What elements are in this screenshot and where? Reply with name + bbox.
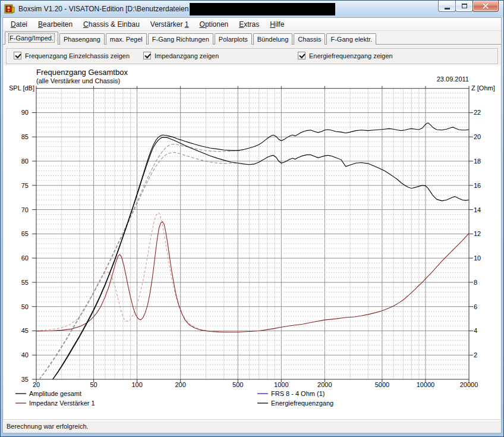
window-title: Boxsim V1.20 - VISATON-Edition [D:\Benut… — [18, 5, 188, 13]
tab-chassis[interactable]: Chassis — [294, 33, 325, 45]
checkbox-label: Energiefrequenzgang zeigen — [309, 52, 393, 59]
checkbox-checked-icon[interactable] — [143, 52, 151, 59]
tab-label: max. Pegel — [110, 36, 143, 43]
menu-item-verst-rker-1[interactable]: Verstärker 1 — [145, 18, 194, 30]
menu-item-bearbeiten[interactable]: Bearbeiten — [33, 18, 78, 30]
tab-f-gang-richtungen[interactable]: F-Gang Richtungen — [148, 33, 213, 45]
app-icon — [4, 4, 15, 14]
checkbox-energiefrequenzgang-zeigen[interactable]: Energiefrequenzgang zeigen — [298, 52, 393, 59]
client-area: DateiBearbeitenChassis & EinbauVerstärke… — [2, 17, 502, 433]
menu-item-optionen[interactable]: Optionen — [194, 18, 234, 30]
tab-b-ndelung[interactable]: Bündelung — [253, 33, 293, 45]
checkbox-impedanzgang-zeigen[interactable]: Impedanzgang zeigen — [143, 52, 219, 59]
minimize-icon — [445, 8, 450, 10]
checkbox-checked-icon[interactable] — [14, 52, 21, 59]
tab-label: Phasengang — [64, 36, 100, 43]
tab-phasengang[interactable]: Phasengang — [59, 33, 105, 45]
menu-item-datei[interactable]: Datei — [5, 18, 33, 30]
menu-item-hilfe[interactable]: Hilfe — [264, 18, 289, 30]
close-button[interactable] — [472, 1, 499, 12]
app-window: Boxsim V1.20 - VISATON-Edition [D:\Benut… — [0, 0, 504, 437]
tab-label: Bündelung — [257, 36, 289, 43]
status-text: Berechnung war erfolgreich. — [7, 423, 89, 430]
menu-item-chassis-einbau[interactable]: Chassis & Einbau — [78, 18, 145, 30]
checkbox-checked-icon[interactable] — [298, 52, 305, 59]
checkbox-label: Frequenzgang Einzelchassis zeigen — [25, 52, 130, 59]
minimize-button[interactable] — [438, 1, 456, 12]
tab-f-gang-elektr[interactable]: F-Gang elektr. — [326, 33, 376, 45]
title-bar: Boxsim V1.20 - VISATON-Edition [D:\Benut… — [1, 1, 503, 17]
tab-bar: F-Gang/Imped.Phasengangmax. PegelF-Gang … — [3, 31, 501, 45]
tab-polarplots[interactable]: Polarplots — [215, 33, 252, 45]
status-bar: Berechnung war erfolgreich. — [3, 419, 501, 433]
menu-bar: DateiBearbeitenChassis & EinbauVerstärke… — [3, 18, 501, 31]
chart-panel — [4, 65, 500, 419]
redaction-box — [190, 3, 335, 15]
checkbox-strip: Frequenzgang Einzelchassis zeigenImpedan… — [6, 48, 498, 64]
tab-label: F-Gang elektr. — [330, 36, 372, 43]
tab-f-gang-imped[interactable]: F-Gang/Imped. — [5, 32, 58, 45]
checkbox-frequenzgang-einzelchassis-zeigen[interactable]: Frequenzgang Einzelchassis zeigen — [14, 52, 130, 59]
tab-label: F-Gang/Imped. — [10, 34, 53, 42]
menu-item-extras[interactable]: Extras — [234, 18, 264, 30]
maximize-icon — [462, 4, 467, 8]
tab-label: Polarplots — [219, 36, 248, 43]
window-controls — [439, 1, 499, 12]
checkbox-label: Impedanzgang zeigen — [155, 52, 219, 59]
tab-max-pegel[interactable]: max. Pegel — [106, 33, 147, 45]
tab-label: F-Gang Richtungen — [152, 36, 209, 43]
tab-label: Chassis — [298, 36, 321, 43]
close-icon — [482, 2, 489, 10]
maximize-button[interactable] — [455, 1, 473, 12]
